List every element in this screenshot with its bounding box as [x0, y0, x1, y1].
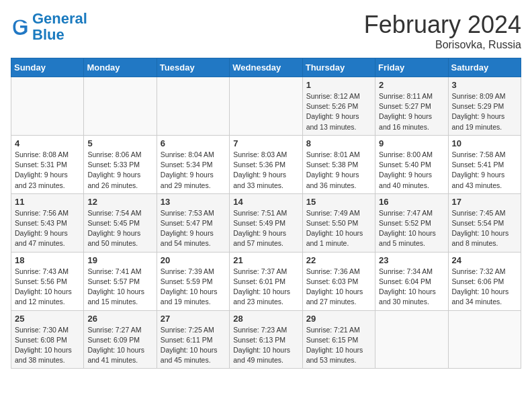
- calendar-week-4: 18Sunrise: 7:43 AMSunset: 5:56 PMDayligh…: [11, 252, 521, 310]
- day-info: Sunrise: 8:12 AMSunset: 5:26 PMDaylight:…: [306, 91, 371, 132]
- calendar-cell: 1Sunrise: 8:12 AMSunset: 5:26 PMDaylight…: [302, 77, 375, 136]
- calendar-cell: [11, 77, 84, 136]
- calendar-cell: 22Sunrise: 7:36 AMSunset: 6:03 PMDayligh…: [302, 252, 375, 310]
- calendar-cell: 3Sunrise: 8:09 AMSunset: 5:29 PMDaylight…: [448, 77, 521, 136]
- day-number: 26: [87, 314, 152, 324]
- calendar-cell: 13Sunrise: 7:53 AMSunset: 5:47 PMDayligh…: [157, 193, 229, 252]
- calendar-week-1: 1Sunrise: 8:12 AMSunset: 5:26 PMDaylight…: [11, 77, 521, 136]
- day-info: Sunrise: 7:43 AMSunset: 5:56 PMDaylight:…: [15, 267, 80, 308]
- day-number: 14: [233, 197, 298, 207]
- calendar-cell: 12Sunrise: 7:54 AMSunset: 5:45 PMDayligh…: [84, 193, 157, 252]
- calendar-cell: 18Sunrise: 7:43 AMSunset: 5:56 PMDayligh…: [11, 252, 84, 310]
- day-number: 21: [233, 255, 298, 265]
- weekday-header-friday: Friday: [375, 58, 448, 77]
- calendar-cell: [230, 77, 302, 136]
- calendar-cell: [84, 77, 157, 136]
- day-number: 19: [87, 255, 152, 265]
- day-number: 20: [161, 255, 226, 265]
- day-number: 11: [15, 197, 80, 207]
- day-info: Sunrise: 7:49 AMSunset: 5:50 PMDaylight:…: [306, 208, 371, 249]
- day-number: 18: [15, 255, 80, 265]
- day-info: Sunrise: 7:21 AMSunset: 6:15 PMDaylight:…: [306, 325, 371, 366]
- weekday-row: SundayMondayTuesdayWednesdayThursdayFrid…: [11, 58, 521, 77]
- day-number: 29: [306, 314, 371, 324]
- day-number: 15: [306, 197, 371, 207]
- calendar-header: SundayMondayTuesdayWednesdayThursdayFrid…: [11, 58, 521, 77]
- day-number: 8: [306, 138, 371, 148]
- calendar-cell: 24Sunrise: 7:32 AMSunset: 6:06 PMDayligh…: [448, 252, 521, 310]
- calendar-cell: 20Sunrise: 7:39 AMSunset: 5:59 PMDayligh…: [157, 252, 229, 310]
- calendar-cell: [157, 77, 229, 136]
- day-info: Sunrise: 8:04 AMSunset: 5:34 PMDaylight:…: [161, 150, 226, 191]
- day-info: Sunrise: 7:45 AMSunset: 5:54 PMDaylight:…: [452, 208, 517, 249]
- calendar-table: SundayMondayTuesdayWednesdayThursdayFrid…: [11, 58, 521, 369]
- weekday-header-monday: Monday: [84, 58, 157, 77]
- calendar-cell: [375, 310, 448, 369]
- calendar-cell: 4Sunrise: 8:08 AMSunset: 5:31 PMDaylight…: [11, 135, 84, 193]
- calendar-cell: 17Sunrise: 7:45 AMSunset: 5:54 PMDayligh…: [448, 193, 521, 252]
- day-info: Sunrise: 8:03 AMSunset: 5:36 PMDaylight:…: [233, 150, 298, 191]
- title-block: February 2024 Borisovka, Russia: [364, 11, 521, 51]
- day-number: 1: [306, 80, 371, 90]
- day-number: 24: [452, 255, 517, 265]
- day-info: Sunrise: 7:53 AMSunset: 5:47 PMDaylight:…: [161, 208, 226, 249]
- calendar-cell: 29Sunrise: 7:21 AMSunset: 6:15 PMDayligh…: [302, 310, 375, 369]
- calendar-week-3: 11Sunrise: 7:56 AMSunset: 5:43 PMDayligh…: [11, 193, 521, 252]
- day-info: Sunrise: 8:09 AMSunset: 5:29 PMDaylight:…: [452, 91, 517, 132]
- day-number: 28: [233, 314, 298, 324]
- day-number: 22: [306, 255, 371, 265]
- calendar-cell: [448, 310, 521, 369]
- day-info: Sunrise: 7:58 AMSunset: 5:41 PMDaylight:…: [452, 150, 517, 191]
- day-number: 25: [15, 314, 80, 324]
- day-info: Sunrise: 8:01 AMSunset: 5:38 PMDaylight:…: [306, 150, 371, 191]
- weekday-header-thursday: Thursday: [302, 58, 375, 77]
- calendar-cell: 8Sunrise: 8:01 AMSunset: 5:38 PMDaylight…: [302, 135, 375, 193]
- day-info: Sunrise: 7:30 AMSunset: 6:08 PMDaylight:…: [15, 325, 80, 366]
- day-number: 17: [452, 197, 517, 207]
- day-info: Sunrise: 7:41 AMSunset: 5:57 PMDaylight:…: [87, 267, 152, 308]
- weekday-header-sunday: Sunday: [11, 58, 84, 77]
- calendar-cell: 9Sunrise: 8:00 AMSunset: 5:40 PMDaylight…: [375, 135, 448, 193]
- day-info: Sunrise: 8:08 AMSunset: 5:31 PMDaylight:…: [15, 150, 80, 191]
- day-info: Sunrise: 8:06 AMSunset: 5:33 PMDaylight:…: [87, 150, 152, 191]
- calendar-week-5: 25Sunrise: 7:30 AMSunset: 6:08 PMDayligh…: [11, 310, 521, 369]
- calendar-cell: 27Sunrise: 7:25 AMSunset: 6:11 PMDayligh…: [157, 310, 229, 369]
- day-info: Sunrise: 7:27 AMSunset: 6:09 PMDaylight:…: [87, 325, 152, 366]
- day-info: Sunrise: 7:56 AMSunset: 5:43 PMDaylight:…: [15, 208, 80, 249]
- day-info: Sunrise: 7:51 AMSunset: 5:49 PMDaylight:…: [233, 208, 298, 249]
- day-number: 23: [379, 255, 444, 265]
- calendar-cell: 26Sunrise: 7:27 AMSunset: 6:09 PMDayligh…: [84, 310, 157, 369]
- day-info: Sunrise: 7:37 AMSunset: 6:01 PMDaylight:…: [233, 267, 298, 308]
- location: Borisovka, Russia: [364, 39, 521, 51]
- calendar-week-2: 4Sunrise: 8:08 AMSunset: 5:31 PMDaylight…: [11, 135, 521, 193]
- day-info: Sunrise: 7:47 AMSunset: 5:52 PMDaylight:…: [379, 208, 444, 249]
- day-number: 9: [379, 138, 444, 148]
- month-title: February 2024: [364, 11, 521, 39]
- day-info: Sunrise: 7:39 AMSunset: 5:59 PMDaylight:…: [161, 267, 226, 308]
- day-info: Sunrise: 7:32 AMSunset: 6:06 PMDaylight:…: [452, 267, 517, 308]
- weekday-header-tuesday: Tuesday: [157, 58, 229, 77]
- day-number: 7: [233, 138, 298, 148]
- day-number: 3: [452, 80, 517, 90]
- day-info: Sunrise: 7:34 AMSunset: 6:04 PMDaylight:…: [379, 267, 444, 308]
- calendar-cell: 2Sunrise: 8:11 AMSunset: 5:27 PMDaylight…: [375, 77, 448, 136]
- logo-text: GeneralBlue: [32, 11, 87, 43]
- day-info: Sunrise: 7:23 AMSunset: 6:13 PMDaylight:…: [233, 325, 298, 366]
- calendar-cell: 25Sunrise: 7:30 AMSunset: 6:08 PMDayligh…: [11, 310, 84, 369]
- calendar-cell: 16Sunrise: 7:47 AMSunset: 5:52 PMDayligh…: [375, 193, 448, 252]
- day-number: 16: [379, 197, 444, 207]
- calendar-cell: 5Sunrise: 8:06 AMSunset: 5:33 PMDaylight…: [84, 135, 157, 193]
- calendar-cell: 6Sunrise: 8:04 AMSunset: 5:34 PMDaylight…: [157, 135, 229, 193]
- page-header: GeneralBlue February 2024 Borisovka, Rus…: [11, 11, 521, 51]
- day-number: 5: [87, 138, 152, 148]
- day-info: Sunrise: 8:00 AMSunset: 5:40 PMDaylight:…: [379, 150, 444, 191]
- day-info: Sunrise: 8:11 AMSunset: 5:27 PMDaylight:…: [379, 91, 444, 132]
- day-info: Sunrise: 7:36 AMSunset: 6:03 PMDaylight:…: [306, 267, 371, 308]
- calendar-cell: 7Sunrise: 8:03 AMSunset: 5:36 PMDaylight…: [230, 135, 302, 193]
- day-number: 10: [452, 138, 517, 148]
- calendar-cell: 10Sunrise: 7:58 AMSunset: 5:41 PMDayligh…: [448, 135, 521, 193]
- calendar-cell: 28Sunrise: 7:23 AMSunset: 6:13 PMDayligh…: [230, 310, 302, 369]
- weekday-header-wednesday: Wednesday: [230, 58, 302, 77]
- day-number: 4: [15, 138, 80, 148]
- calendar-cell: 21Sunrise: 7:37 AMSunset: 6:01 PMDayligh…: [230, 252, 302, 310]
